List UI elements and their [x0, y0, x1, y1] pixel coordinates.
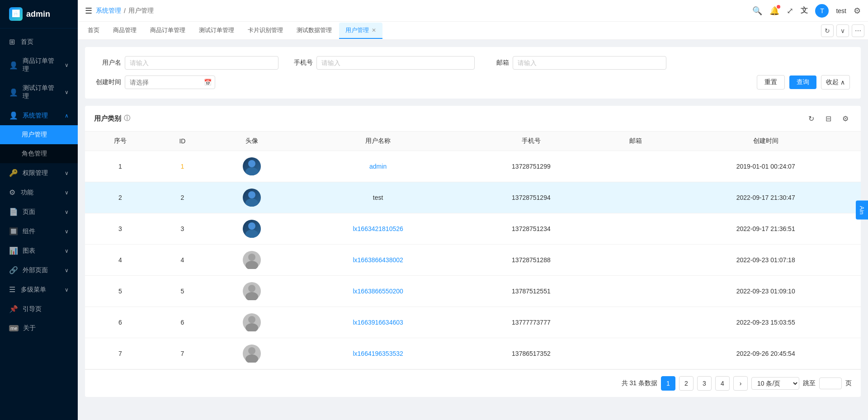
sidebar-item-chart[interactable]: 📊 图表 ∨ [0, 241, 78, 260]
email-input[interactable] [513, 56, 666, 70]
goto-input[interactable] [819, 378, 842, 389]
fullscreen-icon[interactable]: ⤢ [787, 6, 793, 16]
tab-more-btn[interactable]: ⋯ [852, 24, 864, 37]
svg-point-7 [245, 261, 258, 269]
page-size-select[interactable]: 10 条/页 20 条/页 50 条/页 [751, 377, 799, 390]
breadcrumb-system[interactable]: 系统管理 [96, 7, 121, 15]
cell-username[interactable]: lx1664196353532 [294, 338, 462, 369]
username-input[interactable] [125, 56, 278, 70]
page-btn-2[interactable]: 2 [679, 376, 693, 391]
username-label[interactable]: test [836, 7, 846, 14]
more-settings-icon[interactable]: ⚙ [839, 112, 852, 125]
tab-test-data[interactable]: 测试数据管理 [290, 23, 338, 39]
sidebar-item-label: 组件 [23, 227, 35, 236]
cell-username[interactable]: lx1663421810526 [294, 213, 462, 245]
tab-goods-order-label: 商品订单管理 [150, 26, 185, 34]
tab-refresh-btn[interactable]: ↻ [821, 24, 834, 37]
sidebar-item-user-mgmt[interactable]: 用户管理 [0, 125, 78, 144]
collapse-label: 收起 [826, 78, 839, 86]
sidebar-item-page[interactable]: 📄 页面 ∨ [0, 202, 78, 222]
sidebar-item-perm-mgmt[interactable]: 🔑 权限管理 ∨ [0, 163, 78, 183]
breadcrumb: 系统管理 / 用户管理 [96, 7, 154, 15]
sidebar-item-about[interactable]: me 关于 [0, 319, 78, 338]
cell-username[interactable]: lx1663916634603 [294, 307, 462, 338]
tab-card-recog[interactable]: 卡片识别管理 [241, 23, 289, 39]
table-row[interactable]: 2 2 test 13728751294 2022-09-17 21:30:47 [85, 182, 861, 213]
page-btn-1[interactable]: 1 [661, 376, 675, 391]
sidebar-item-role-mgmt[interactable]: 角色管理 [0, 144, 78, 163]
tab-home[interactable]: 首页 [81, 23, 106, 39]
sidebar: 🅰 admin ⊞ 首页 👤 商品订单管理 ∨ 👤 测试订单管理 ∨ 👤 系统管… [0, 0, 78, 420]
tab-card-recog-label: 卡片识别管理 [248, 26, 283, 34]
settings-icon[interactable]: ⚙ [854, 6, 861, 16]
table-row[interactable]: 4 4 lx1663866438002 13728751288 2022-09-… [85, 245, 861, 276]
cell-username[interactable]: test [294, 182, 462, 213]
search-button[interactable]: 查询 [789, 76, 816, 89]
svg-point-12 [248, 347, 255, 354]
page-btn-4[interactable]: 4 [715, 376, 730, 391]
email-label: 邮箱 [484, 59, 509, 67]
table-row[interactable]: 7 7 lx1664196353532 13786517352 2022-09-… [85, 338, 861, 369]
cell-email [600, 182, 671, 213]
tab-user-mgmt-label: 用户管理 [345, 26, 369, 34]
sidebar-item-test-order[interactable]: 👤 测试订单管理 ∨ [0, 79, 78, 106]
phone-input[interactable] [316, 56, 475, 70]
table-row[interactable]: 3 3 lx1663421810526 13728751234 2022-09-… [85, 213, 861, 245]
tab-user-mgmt[interactable]: 用户管理 ✕ [339, 23, 382, 39]
tab-dropdown-btn[interactable]: ∨ [836, 24, 849, 37]
tab-goods-order[interactable]: 商品订单管理 [144, 23, 192, 39]
hamburger-button[interactable]: ☰ [85, 6, 92, 16]
cell-avatar [209, 338, 294, 369]
email-field: 邮箱 [484, 56, 666, 70]
sidebar-item-system[interactable]: 👤 系统管理 ∧ [0, 106, 78, 125]
sidebar-item-guide[interactable]: 📌 引导页 [0, 299, 78, 319]
feedback-tab[interactable]: Ain [856, 200, 868, 220]
cell-id: 2 [156, 182, 209, 213]
tab-test-order[interactable]: 测试订单管理 [193, 23, 241, 39]
page-next-btn[interactable]: › [733, 376, 748, 391]
reset-button[interactable]: 重置 [757, 75, 785, 90]
svg-point-0 [248, 160, 255, 167]
table-row[interactable]: 1 1 admin 13728751299 2019-01-01 00:24:0… [85, 151, 861, 182]
cell-email [600, 338, 671, 369]
tab-goods[interactable]: 商品管理 [107, 23, 143, 39]
column-settings-icon[interactable]: ⊟ [822, 112, 835, 125]
collapse-button[interactable]: 收起 ∧ [821, 75, 850, 90]
header: ☰ 系统管理 / 用户管理 🔍 🔔 ⤢ 文 T test ⚙ [78, 0, 868, 22]
cell-username[interactable]: admin [294, 151, 462, 182]
table-row[interactable]: 6 6 lx1663916634603 13777773777 2022-09-… [85, 307, 861, 338]
svg-point-6 [248, 254, 255, 261]
app-logo[interactable]: 🅰 admin [0, 0, 78, 28]
refresh-icon[interactable]: ↻ [805, 112, 817, 125]
cell-username[interactable]: lx1663866438002 [294, 245, 462, 276]
header-right: 🔍 🔔 ⤢ 文 T test ⚙ [752, 4, 861, 18]
cell-email [600, 151, 671, 182]
table-header-row: 序号 ID 头像 用户名称 手机号 邮箱 创建时间 [85, 132, 861, 151]
table-row[interactable]: 5 5 lx1663866550200 13787512551 2022-09-… [85, 276, 861, 307]
logo-icon: 🅰 [9, 7, 23, 21]
sidebar-item-goods-order[interactable]: 👤 商品订单管理 ∨ [0, 52, 78, 79]
sidebar-item-external[interactable]: 🔗 外部页面 ∨ [0, 260, 78, 280]
sidebar-item-multi-menu[interactable]: ☰ 多级菜单 ∨ [0, 280, 78, 299]
app-name: admin [26, 9, 50, 19]
table-head: 序号 ID 头像 用户名称 手机号 邮箱 创建时间 [85, 132, 861, 151]
sidebar-item-component[interactable]: 🔲 组件 ∨ [0, 222, 78, 241]
language-icon[interactable]: 文 [801, 6, 808, 15]
sidebar-item-label: 用户管理 [22, 131, 47, 139]
cell-username[interactable]: lx1663866550200 [294, 276, 462, 307]
avatar[interactable]: T [815, 4, 829, 18]
notification-bell[interactable]: 🔔 [769, 6, 779, 16]
page-btn-3[interactable]: 3 [697, 376, 712, 391]
breadcrumb-sep: / [124, 7, 126, 14]
tab-close-btn[interactable]: ✕ [372, 27, 376, 33]
search-icon-btn[interactable]: 🔍 [752, 6, 762, 16]
sidebar-item-label: 关于 [23, 324, 36, 332]
sidebar-item-label: 系统管理 [23, 112, 48, 120]
cell-idx: 3 [85, 213, 156, 245]
cell-created: 2022-09-23 01:07:18 [670, 245, 861, 276]
sidebar-item-home[interactable]: ⊞ 首页 [0, 32, 78, 52]
table-body: 1 1 admin 13728751299 2019-01-01 00:24:0… [85, 151, 861, 369]
data-table: 序号 ID 头像 用户名称 手机号 邮箱 创建时间 1 1 admin 1372… [85, 132, 861, 369]
sidebar-item-func[interactable]: ⚙ 功能 ∨ [0, 183, 78, 202]
date-input[interactable] [125, 76, 215, 89]
